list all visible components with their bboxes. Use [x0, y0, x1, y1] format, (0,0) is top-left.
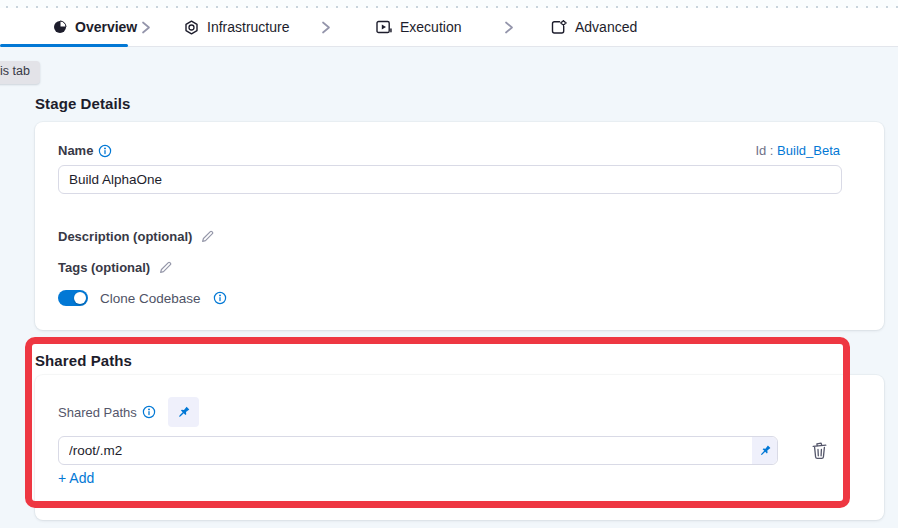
chevron-right-icon	[504, 21, 514, 34]
stage-details-heading: Stage Details	[35, 95, 131, 112]
box-gear-icon	[551, 20, 567, 35]
pushpin-icon	[176, 405, 191, 420]
trash-icon	[810, 440, 829, 461]
tooltip-fragment-text: is tab	[0, 64, 30, 78]
info-icon[interactable]	[213, 291, 227, 305]
pin-field-type-segment[interactable]	[752, 437, 777, 464]
tab-execution[interactable]: Execution	[376, 8, 461, 46]
tab-advanced-label: Advanced	[575, 19, 637, 35]
overview-pie-icon	[53, 20, 67, 34]
clone-codebase-toggle[interactable]	[58, 290, 88, 306]
add-path-link[interactable]: + Add	[58, 470, 94, 486]
tags-row: Tags (optional)	[58, 260, 173, 275]
id-value-link[interactable]: Build_Beta	[777, 143, 840, 158]
description-row: Description (optional)	[58, 229, 215, 244]
stage-overview-page: Overview Infrastructure	[0, 0, 898, 528]
pin-input-type-button[interactable]	[168, 397, 199, 427]
name-label: Name	[58, 143, 93, 158]
edit-pencil-icon[interactable]	[158, 260, 173, 275]
tab-advanced[interactable]: Advanced	[551, 8, 637, 46]
play-box-icon	[376, 20, 392, 34]
clone-codebase-label: Clone Codebase	[100, 291, 201, 306]
tab-execution-label: Execution	[400, 19, 461, 35]
canvas-dotted-background	[0, 0, 898, 8]
id-label: Id :	[755, 143, 773, 158]
clone-codebase-row: Clone Codebase	[58, 290, 227, 306]
tab-infrastructure-label: Infrastructure	[207, 19, 289, 35]
shared-paths-field-label: Shared Paths	[58, 405, 137, 420]
active-tab-underline	[0, 44, 128, 47]
chevron-right-icon	[321, 21, 331, 34]
toggle-knob	[74, 292, 86, 304]
shared-paths-card: Shared Paths	[35, 375, 884, 520]
tooltip-fragment: is tab	[0, 61, 40, 84]
tab-infrastructure[interactable]: Infrastructure	[184, 8, 289, 46]
tags-label: Tags (optional)	[58, 260, 150, 275]
stage-tabbar: Overview Infrastructure	[0, 8, 898, 47]
tab-overview[interactable]: Overview	[53, 8, 137, 46]
description-label: Description (optional)	[58, 229, 192, 244]
shared-path-input-wrap	[58, 436, 778, 465]
info-icon[interactable]	[142, 405, 156, 419]
stage-id-row: Id : Build_Beta	[755, 143, 840, 158]
name-label-row: Name	[58, 143, 112, 158]
tab-overview-label: Overview	[75, 19, 137, 35]
pushpin-icon	[758, 444, 772, 458]
chevron-right-icon	[141, 21, 151, 34]
stage-details-card: Name Id : Build_Beta Description (option…	[35, 122, 884, 330]
stage-name-input[interactable]	[58, 165, 842, 194]
edit-pencil-icon[interactable]	[200, 229, 215, 244]
shared-path-input[interactable]	[59, 437, 752, 464]
shared-paths-label-row: Shared Paths	[58, 397, 199, 427]
delete-path-button[interactable]	[806, 437, 832, 463]
info-icon[interactable]	[98, 144, 112, 158]
shared-paths-heading: Shared Paths	[35, 352, 132, 369]
hexagon-icon	[184, 20, 199, 35]
